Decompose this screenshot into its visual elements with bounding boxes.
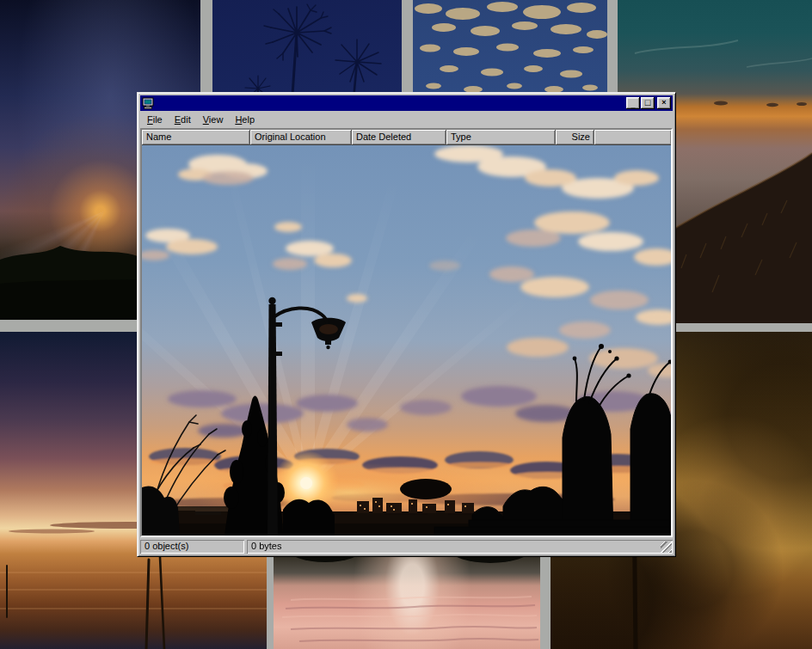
column-header-blank[interactable] [594,130,671,145]
desktop: _ □ × File Edit View Help Name Original … [0,0,812,649]
column-header-date-deleted[interactable]: Date Deleted [352,130,446,145]
computer-icon [142,97,154,109]
list-view[interactable] [142,145,671,536]
column-header-original-location[interactable]: Original Location [250,130,352,145]
maximize-button[interactable]: □ [641,97,655,109]
menu-edit[interactable]: Edit [169,113,197,126]
column-header-name[interactable]: Name [142,130,250,145]
column-header-row: Name Original Location Date Deleted Type… [142,130,671,145]
sunset-lamp-photo [142,145,671,536]
minimize-button[interactable]: _ [626,97,640,109]
menu-view[interactable]: View [197,113,230,126]
resize-grip[interactable] [661,542,672,553]
close-button[interactable]: × [657,97,671,109]
column-header-size[interactable]: Size [556,130,594,145]
status-total-size: 0 bytes [247,540,673,554]
titlebar[interactable]: _ □ × [140,95,673,111]
menu-file[interactable]: File [141,113,169,126]
status-object-count: 0 object(s) [140,540,244,554]
menu-help[interactable]: Help [229,113,261,126]
status-size-text: 0 bytes [251,541,281,551]
recycle-bin-window: _ □ × File Edit View Help Name Original … [137,92,676,557]
list-view-frame: Name Original Location Date Deleted Type… [140,128,673,537]
status-bar: 0 object(s) 0 bytes [140,540,673,554]
column-header-type[interactable]: Type [446,130,556,145]
menu-bar: File Edit View Help [140,111,673,128]
